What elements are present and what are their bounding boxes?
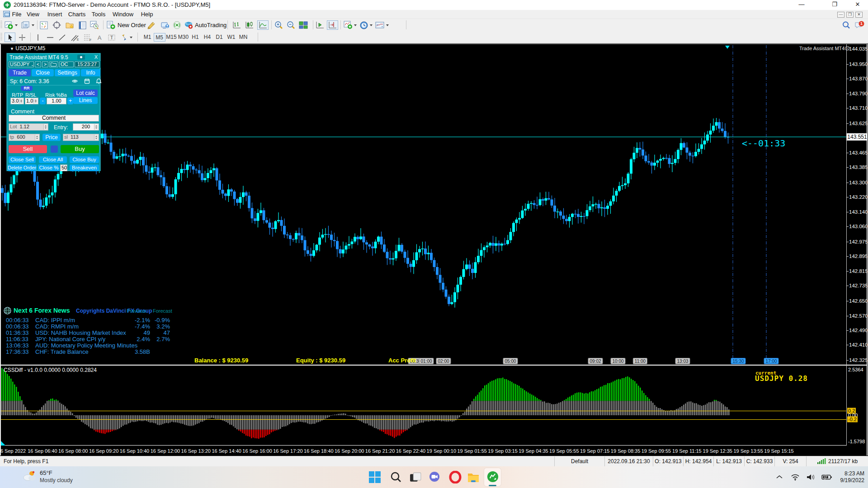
risk-plus-button[interactable]: + bbox=[67, 98, 73, 104]
task-view-icon[interactable] bbox=[409, 471, 422, 484]
order-type-toggle[interactable] bbox=[51, 145, 58, 153]
panel-next-button[interactable]: > bbox=[42, 61, 48, 67]
panel-folder-button[interactable] bbox=[49, 61, 58, 67]
battery-icon[interactable] bbox=[821, 474, 832, 480]
notifications-button[interactable]: 1 bbox=[854, 20, 864, 30]
child-close-button[interactable]: ✕ bbox=[855, 12, 863, 18]
zoom-out-button[interactable] bbox=[286, 20, 296, 30]
breakeven-button[interactable]: Breakeven bbox=[70, 164, 99, 171]
timeframe-h4[interactable]: H4 bbox=[202, 33, 213, 42]
restore-button[interactable]: ❐ bbox=[824, 0, 845, 10]
rtp-input[interactable]: 3.0 bbox=[10, 98, 24, 104]
indicator-canvas[interactable] bbox=[1, 366, 846, 446]
close-all-button[interactable]: Close All bbox=[39, 156, 67, 163]
panel-tab-close[interactable]: Close bbox=[32, 69, 54, 76]
menu-charts[interactable]: Charts bbox=[68, 11, 85, 18]
panel-oc-button[interactable]: OC bbox=[59, 61, 74, 67]
chart-child-icon[interactable] bbox=[3, 11, 10, 17]
tray-chevron-icon[interactable] bbox=[775, 474, 783, 480]
menu-file[interactable]: File bbox=[12, 11, 22, 18]
periods-button[interactable] bbox=[359, 20, 373, 30]
lot-calc-button[interactable]: Lot calc bbox=[73, 89, 98, 97]
close-pct-input[interactable]: 50 bbox=[60, 164, 67, 171]
pane-splitter[interactable] bbox=[1, 365, 867, 366]
timeframe-mn[interactable]: MN bbox=[237, 33, 249, 42]
templates-button[interactable] bbox=[375, 20, 389, 30]
child-minimize-button[interactable]: — bbox=[837, 12, 844, 18]
tray-clock[interactable]: 8:23 AM 9/19/2022 bbox=[840, 470, 864, 484]
data-window-button[interactable] bbox=[66, 20, 75, 30]
auto-scroll-button[interactable] bbox=[316, 20, 325, 30]
search-button[interactable] bbox=[842, 20, 851, 30]
weather-icon[interactable] bbox=[22, 470, 37, 482]
weather-widget[interactable]: 65°F Mostly cloudy bbox=[40, 469, 73, 484]
navigator-button[interactable] bbox=[52, 20, 61, 30]
timeframe-m5[interactable]: M5 bbox=[154, 33, 165, 42]
eye-icon[interactable] bbox=[72, 78, 78, 84]
risk-minus-button[interactable]: - bbox=[40, 98, 46, 104]
camera-icon[interactable] bbox=[77, 55, 85, 60]
panel-prev-button[interactable]: < bbox=[35, 61, 41, 67]
close-pct-button[interactable]: Close % bbox=[38, 164, 60, 171]
calendar-icon[interactable] bbox=[84, 78, 90, 84]
profiles-button[interactable] bbox=[21, 20, 34, 30]
new-chart-button[interactable] bbox=[5, 20, 18, 30]
delete-orders-button[interactable]: Delete Orders bbox=[8, 164, 37, 171]
buy-button[interactable]: Buy bbox=[61, 145, 99, 153]
entry-input[interactable]: 200 bbox=[73, 123, 99, 131]
autotrading-button[interactable]: AutoTrading bbox=[184, 20, 226, 30]
crosshair-button[interactable] bbox=[18, 33, 26, 42]
toolbar-handle[interactable] bbox=[0, 21, 2, 29]
panel-tab-trade[interactable]: Trade bbox=[9, 69, 31, 76]
opera-icon[interactable] bbox=[449, 471, 462, 483]
arrows-button[interactable] bbox=[120, 33, 132, 42]
lot-input[interactable]: Lot 1.12 bbox=[9, 123, 48, 131]
trendline-button[interactable] bbox=[58, 33, 66, 42]
strategy-tester-button[interactable] bbox=[90, 20, 99, 30]
menu-help[interactable]: Help bbox=[141, 11, 153, 18]
timeframe-m30[interactable]: M30 bbox=[178, 33, 189, 42]
bell-icon[interactable] bbox=[96, 78, 102, 84]
menu-tools[interactable]: Tools bbox=[92, 11, 105, 18]
label-button[interactable]: T bbox=[108, 33, 116, 42]
close-buy-button[interactable]: Close Buy bbox=[70, 156, 99, 163]
rsl-input[interactable]: 1.0 bbox=[25, 98, 38, 104]
line-chart-button[interactable] bbox=[257, 20, 269, 30]
child-restore-button[interactable]: ❐ bbox=[846, 12, 854, 18]
mt4-taskbar-icon[interactable] bbox=[486, 470, 499, 483]
panel-symbol-select[interactable]: USDJPY ⌄ bbox=[9, 61, 34, 67]
indicators-button[interactable] bbox=[344, 20, 357, 30]
menu-window[interactable]: Window bbox=[113, 11, 133, 18]
panel-tab-settings[interactable]: Settings bbox=[55, 69, 80, 76]
timeframe-h1[interactable]: H1 bbox=[189, 33, 201, 42]
timeframe-d1[interactable]: D1 bbox=[213, 33, 225, 42]
panel-tab-info[interactable]: Info bbox=[81, 69, 100, 76]
taskbar-search-icon[interactable] bbox=[390, 471, 402, 483]
price-button[interactable]: Price bbox=[42, 134, 61, 141]
signals-button[interactable] bbox=[173, 20, 181, 30]
timeframe-w1[interactable]: W1 bbox=[226, 33, 237, 42]
teams-chat-icon[interactable] bbox=[429, 471, 441, 483]
hline-button[interactable] bbox=[46, 33, 54, 42]
zoom-in-button[interactable] bbox=[274, 20, 283, 30]
comment-input[interactable]: Comment bbox=[9, 115, 99, 122]
experts-button[interactable] bbox=[160, 20, 170, 30]
timeframe-m1[interactable]: M1 bbox=[142, 33, 153, 42]
explorer-icon[interactable] bbox=[467, 471, 480, 484]
timeframe-m15[interactable]: M15 bbox=[165, 33, 177, 42]
new-order-button[interactable]: New Order bbox=[106, 20, 146, 30]
volume-icon[interactable] bbox=[806, 474, 815, 481]
close-button[interactable]: ✕ bbox=[847, 0, 868, 10]
tp-input[interactable]: tp 600 bbox=[9, 134, 40, 141]
fibonacci-button[interactable]: F bbox=[83, 33, 92, 42]
text-button[interactable]: A bbox=[96, 33, 103, 42]
minimize-button[interactable]: — bbox=[791, 0, 812, 10]
start-button[interactable] bbox=[368, 471, 381, 483]
bars-chart-button[interactable] bbox=[232, 20, 241, 30]
wifi-icon[interactable] bbox=[791, 474, 800, 481]
candles-chart-button[interactable] bbox=[245, 20, 254, 30]
cursor-button[interactable] bbox=[5, 33, 15, 42]
metaeditor-button[interactable] bbox=[147, 20, 156, 30]
vline-button[interactable] bbox=[34, 33, 42, 42]
chart-shift-button[interactable] bbox=[327, 20, 338, 30]
